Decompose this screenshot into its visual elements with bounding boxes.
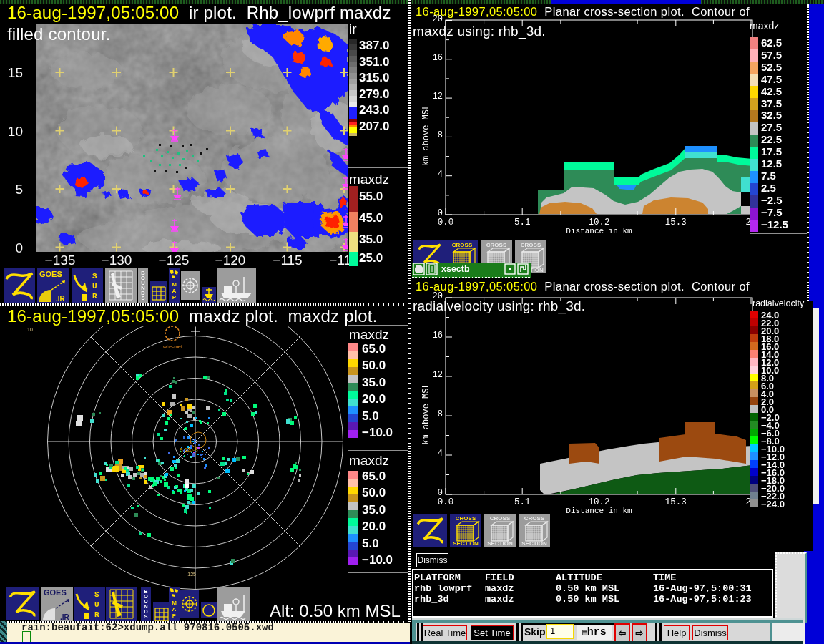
svg-text:S: S <box>94 590 99 599</box>
svg-text:CROSS: CROSS <box>524 515 545 522</box>
svg-text:CROSS: CROSS <box>486 242 507 248</box>
svg-text:.IR: .IR <box>60 613 70 621</box>
svg-text:CROSS: CROSS <box>490 515 511 522</box>
svg-text:S: S <box>92 272 97 280</box>
svg-text:Distance in km: Distance in km <box>566 507 632 514</box>
svg-text:10.2: 10.2 <box>588 218 609 228</box>
svg-text:-125: -125 <box>186 572 196 577</box>
svg-text:P: P <box>172 613 177 619</box>
svg-text:SECTION: SECTION <box>521 540 547 547</box>
svg-text:U: U <box>94 600 99 609</box>
svg-text:U: U <box>92 282 97 291</box>
svg-text:10: 10 <box>27 327 33 332</box>
svg-text:0: 0 <box>438 208 443 218</box>
svg-text:A: A <box>172 288 177 294</box>
svg-text:0.0: 0.0 <box>438 497 454 507</box>
svg-text:15.3: 15.3 <box>665 218 687 228</box>
svg-text:15.3: 15.3 <box>665 497 687 507</box>
svg-text:0: 0 <box>438 488 443 498</box>
svg-text:km above MSL: km above MSL <box>421 104 431 166</box>
svg-text:S: S <box>144 613 147 620</box>
svg-text:CROSS: CROSS <box>521 242 541 248</box>
svg-text:4: 4 <box>438 170 443 180</box>
svg-text:CROSS: CROSS <box>456 515 476 522</box>
svg-text:SECTION: SECTION <box>453 540 479 547</box>
svg-text:5.1: 5.1 <box>514 218 531 228</box>
svg-text:M: M <box>172 281 177 288</box>
svg-text:S: S <box>141 295 144 301</box>
svg-text:whe-met: whe-met <box>162 344 182 349</box>
svg-text:Distance in km: Distance in km <box>566 227 632 235</box>
svg-text:A: A <box>172 606 177 613</box>
svg-text:SECTION: SECTION <box>487 540 513 547</box>
svg-text:4: 4 <box>438 449 443 459</box>
svg-text:0.0: 0.0 <box>438 218 454 228</box>
svg-text:GOES: GOES <box>44 588 67 597</box>
svg-text:16: 16 <box>433 53 443 63</box>
svg-text:5.1: 5.1 <box>514 497 531 507</box>
svg-text:GOES: GOES <box>39 270 62 278</box>
svg-text:.IR: .IR <box>56 295 66 303</box>
svg-text:M: M <box>172 600 177 606</box>
svg-text:12: 12 <box>433 370 443 380</box>
svg-text:R: R <box>94 610 99 619</box>
svg-text:CROSS: CROSS <box>452 242 473 248</box>
svg-text:xsectb: xsectb <box>441 264 470 274</box>
svg-text:12: 12 <box>433 92 443 102</box>
svg-text:km above MSL: km above MSL <box>421 383 431 444</box>
svg-text:8: 8 <box>438 130 443 140</box>
svg-text:16: 16 <box>433 331 443 341</box>
svg-text:20: 20 <box>433 14 443 24</box>
svg-text:10.2: 10.2 <box>588 497 609 507</box>
svg-text:8: 8 <box>438 409 443 419</box>
svg-text:R: R <box>92 292 97 301</box>
svg-text:P: P <box>172 294 177 301</box>
